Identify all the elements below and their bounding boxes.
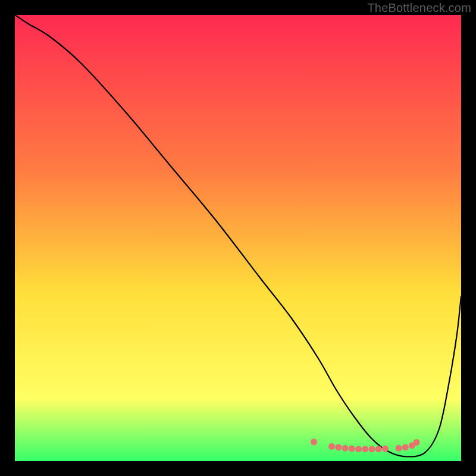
highlight-dot xyxy=(396,445,402,452)
chart-svg xyxy=(15,15,461,461)
highlight-dot xyxy=(355,446,362,452)
watermark-text: TheBottleneck.com xyxy=(367,1,471,15)
chart-plot-area xyxy=(15,15,461,461)
highlight-dot xyxy=(369,446,375,452)
chart-frame: TheBottleneck.com xyxy=(0,0,476,476)
highlight-dot xyxy=(335,444,342,450)
highlight-dot xyxy=(414,439,420,446)
highlight-dot xyxy=(311,439,317,445)
highlight-dot xyxy=(382,446,389,452)
gradient-background xyxy=(15,15,461,461)
highlight-dot xyxy=(342,445,349,452)
highlight-dot xyxy=(349,446,355,452)
highlight-dot xyxy=(402,444,409,450)
highlight-dot xyxy=(362,446,368,452)
highlight-dot xyxy=(328,443,335,450)
highlight-dot xyxy=(375,446,382,452)
